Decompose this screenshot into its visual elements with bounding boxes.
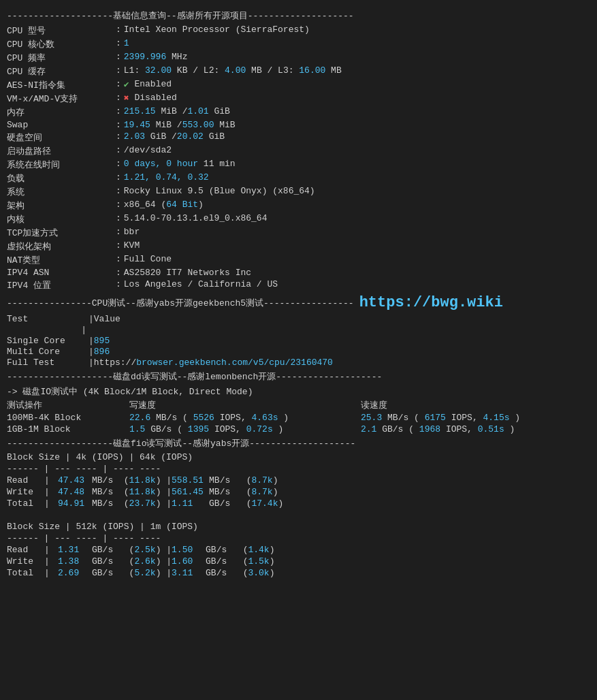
nat-label: NAT类型 <box>7 254 116 266</box>
load-label: 负载 <box>7 172 116 185</box>
fio-total2-row: Total | 2.69 GB/s ( 5.2k ) | 3.11 GB/s (… <box>7 568 590 578</box>
cpu-cache-label: CPU 缓存 <box>7 65 116 78</box>
cpu-type-value: Intel Xeon Processor (SierraForest) <box>124 25 310 37</box>
dd-row2: 1GB-1M Block 1.5 GB/s ( 1395 IOPS, 0.72s… <box>7 424 590 434</box>
aes-row: AES-NI指令集 : ✔ Enabled <box>7 79 590 91</box>
ipv4-loc-row: IPV4 位置 : Los Angeles / California / US <box>7 279 590 291</box>
swap-used: 19.45 <box>124 120 150 130</box>
colon18: : <box>116 254 121 266</box>
mem-used: 215.15 <box>124 106 156 118</box>
virt-row: 虚拟化架构 : KVM <box>7 240 590 253</box>
colon14: : <box>116 200 121 212</box>
full-test-value: browser.geekbench.com/v5/cpu/23160470 <box>136 357 333 368</box>
cpu-bench-divider: ----------------CPU测试--感谢yabs开源geekbench… <box>7 294 590 311</box>
fio-write-row: Write | 47.48 MB/s ( 11.8k ) | 561.45 MB… <box>7 487 590 497</box>
multi-core-row: Multi Core | 896 <box>7 347 590 357</box>
colon10: : <box>116 145 121 157</box>
single-core-value: 895 <box>94 336 110 346</box>
dd-row1-read: 25.3 MB/s ( 6175 IOPS, 4.15s ) <box>361 413 520 423</box>
mem-unit: GiB <box>209 106 230 118</box>
fio-read2-label: Read <box>7 545 44 555</box>
disk-dd-header: 测试操作 写速度 读速度 <box>7 399 590 411</box>
fio-total-row: Total | 94.91 MB/s ( 23.7k ) | 1.11 GB/s… <box>7 498 590 509</box>
dd-row1-label: 100MB-4K Block <box>7 413 129 423</box>
virt-label: 虚拟化架构 <box>7 240 116 253</box>
bench-header-row: Test | Value <box>7 314 590 324</box>
cpu-type-row: CPU 型号 : Intel Xeon Processor (SierraFor… <box>7 25 590 37</box>
swap-total: 553.00 <box>182 120 214 130</box>
arch-row: 架构 : x86_64 ( 64 Bit ) <box>7 200 590 212</box>
fio-separator2: ------ | --- ---- | ---- ---- <box>7 533 590 543</box>
disk-dd-col-write: 写速度 <box>129 399 361 411</box>
tcp-label: TCP加速方式 <box>7 227 116 239</box>
mem-total: 1.01 <box>187 106 208 118</box>
disk-used: 2.03 <box>124 131 145 144</box>
fio-total2-label: Total <box>7 568 44 578</box>
disk-dd-subtitle: -> 磁盘IO测试中 (4K Block/1M Block, Direct Mo… <box>7 385 590 398</box>
swap-row: Swap : 19.45 MiB / 553.00 MiB <box>7 120 590 130</box>
swap-sep: MiB / <box>150 120 182 130</box>
fio-write2-row: Write | 1.38 GB/s ( 2.6k ) | 1.60 GB/s (… <box>7 556 590 567</box>
uptime-label: 系统在线时间 <box>7 159 116 171</box>
dd-row1-write: 22.6 MB/s ( 5526 IOPS, 4.63s ) <box>129 413 361 423</box>
kernel-row: 内核 : 5.14.0-70.13.1.el9_0.x86_64 <box>7 213 590 225</box>
disk-sep: GiB / <box>145 131 177 144</box>
colon2: : <box>116 38 121 50</box>
uptime-row: 系统在线时间 : 0 days, 0 hour 11 min <box>7 159 590 171</box>
cpu-cache-text: L1: 32.00 KB / L2: 4.00 MB / L3: 16.00 M… <box>124 65 342 78</box>
fio-read2-row: Read | 1.31 GB/s ( 2.5k ) | 1.50 GB/s ( … <box>7 545 590 555</box>
disk-dd-section: --------------------磁盘dd读写测试--感谢lemonben… <box>7 370 590 434</box>
multi-core-label: Multi Core <box>7 347 88 357</box>
sysinfo-section: CPU 型号 : Intel Xeon Processor (SierraFor… <box>7 25 590 291</box>
fio-separator1: ------ | --- ---- | ---- ---- <box>7 464 590 474</box>
single-core-label: Single Core <box>7 336 88 346</box>
bench-header-test: Test <box>7 314 88 324</box>
cpu-cores-value: 1 <box>124 38 129 50</box>
disk-row: 硬盘空间 : 2.03 GiB / 20.02 GiB <box>7 131 590 144</box>
nat-value: Full Cone <box>124 254 172 266</box>
cpu-bench-section: ----------------CPU测试--感谢yabs开源geekbench… <box>7 294 590 368</box>
vmx-row: VM-x/AMD-V支持 : ✖ Disabled <box>7 93 590 105</box>
colon4: : <box>116 65 121 78</box>
os-label: 系统 <box>7 186 116 198</box>
single-core-pipe: | <box>88 336 94 346</box>
colon8: : <box>116 120 121 130</box>
ipv4-asn-label: IPV4 ASN <box>7 268 116 278</box>
disk-fio-divider: --------------------磁盘fio读写测试--感谢yabs开源-… <box>7 437 590 449</box>
load3: 0.32 <box>187 172 208 185</box>
bench-header-value: Value <box>94 314 120 324</box>
disk-dd-col-op: 测试操作 <box>7 399 129 411</box>
tcp-value: bbr <box>124 227 140 239</box>
os-row: 系统 : Rocky Linux 9.5 (Blue Onyx) (x86_64… <box>7 186 590 198</box>
colon19: : <box>116 268 121 278</box>
colon17: : <box>116 240 121 253</box>
ipv4-asn-value: AS25820 IT7 Networks Inc <box>124 268 251 278</box>
disk-dd-col-read: 读速度 <box>361 399 387 411</box>
kernel-value: 5.14.0-70.13.1.el9_0.x86_64 <box>124 213 268 225</box>
dd-row2-label: 1GB-1M Block <box>7 424 129 434</box>
disk-dd-divider: --------------------磁盘dd读写测试--感谢lemonben… <box>7 370 590 383</box>
colon20: : <box>116 279 121 291</box>
cpu-cache-row: CPU 缓存 : L1: 32.00 KB / L2: 4.00 MB / L3… <box>7 65 590 78</box>
kernel-label: 内核 <box>7 213 116 225</box>
colon7: : <box>116 106 121 118</box>
fio-write2-label: Write <box>7 556 44 567</box>
page-container: --------------------基础信息查询--感谢所有开源项目----… <box>7 10 590 578</box>
load-row: 负载 : 1.21, 0.74, 0.32 <box>7 172 590 185</box>
uptime-space1 <box>161 159 166 171</box>
fio-read-label: Read <box>7 475 44 486</box>
cpu-freq-row: CPU 频率 : 2399.996 MHz <box>7 52 590 64</box>
arch-bit: 64 Bit <box>166 200 198 212</box>
nat-row: NAT类型 : Full Cone <box>7 254 590 266</box>
disk-unit: GiB <box>204 131 225 144</box>
swap-label: Swap <box>7 120 116 130</box>
aes-value: Enabled <box>129 79 172 91</box>
uptime-space2: 11 min <box>198 159 236 171</box>
dd-row2-write: 1.5 GB/s ( 1395 IOPS, 0.72s ) <box>129 424 361 434</box>
colon16: : <box>116 227 121 239</box>
ipv4-loc-value: Los Angeles / California / US <box>124 279 278 291</box>
cross-icon: ✖ <box>124 93 129 105</box>
load-space1 <box>150 172 156 185</box>
swap-unit: MiB <box>214 120 235 130</box>
fio-total-label: Total <box>7 498 44 509</box>
